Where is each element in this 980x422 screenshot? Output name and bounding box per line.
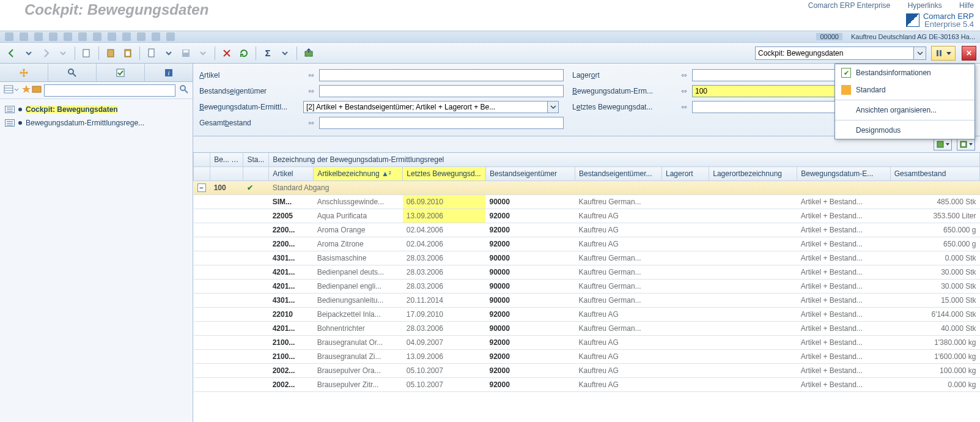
table-row[interactable]: 4301...Basismaschine28.03.200690000Kauft… [194,251,980,265]
cell-total: 30.000 Stk [890,279,979,294]
forward-dd-button[interactable] [55,45,71,61]
col-expand[interactable] [194,153,210,167]
table-row[interactable]: 4201...Bohnentrichter28.03.200690000Kauf… [194,322,980,336]
col-bestandseig-bez[interactable]: Bestandseigentümer... [575,167,662,181]
ctx-icon[interactable] [137,32,146,41]
ctx-icon[interactable] [49,32,57,41]
table-row[interactable]: 4301...Bedienungsanleitu...20.11.2014900… [194,294,980,308]
ctx-icon[interactable] [64,32,72,41]
ctx-icon[interactable] [122,32,131,41]
link-help[interactable]: Hilfe [959,1,974,10]
star-icon[interactable] [21,84,30,93]
nav-search-input[interactable] [44,84,175,97]
table-row[interactable]: 2002...Brausepulver Ora...05.10.20079200… [194,364,980,378]
forward-button[interactable] [38,45,54,61]
back-dd-button[interactable] [21,45,37,61]
grid[interactable]: Be... ▲¹ Sta... Bezeichnung der Bewegung… [193,152,980,422]
search-icon[interactable] [179,84,189,96]
input-gesamt[interactable] [319,117,564,129]
table-row[interactable]: 2100...Brausegranulat Or...04.09.2007920… [194,336,980,350]
resize-icon[interactable]: ⇔ [308,71,314,80]
col-artikel[interactable]: Artikel [269,167,314,181]
col-lagerort-bez[interactable]: Lagerortbezeichnung [709,167,797,181]
grid-tool-1[interactable] [934,138,952,150]
resize-icon[interactable]: ⇔ [681,71,687,80]
col-bestandseig[interactable]: Bestandseigentümer [485,167,575,181]
card-icon[interactable] [32,84,40,93]
table-row[interactable]: 2100...Brausegranulat Zi...13.09.2006920… [194,350,980,364]
table-row[interactable]: 2200...Aroma Orange02.04.200692000Kauftr… [194,223,980,237]
col-bew-regel[interactable]: Bewegungsdatum-E... [797,167,890,181]
col-artikelbez[interactable]: Artikelbezeichnung ▲² [314,167,403,181]
link-erp[interactable]: Comarch ERP Enterprise [808,1,891,10]
paste-button[interactable] [103,45,119,61]
save-button[interactable] [178,45,194,61]
chevron-down-icon[interactable] [548,101,559,113]
tree-item-regel[interactable]: Bewegungsdatum-Ermittlungsrege... [2,116,190,130]
table-row[interactable]: 22005Aqua Purificata13.09.200692000Kauft… [194,209,980,223]
grid-tool-2[interactable] [957,138,975,150]
col-letztes-datum[interactable]: Letztes Bewegungsd... [403,167,486,181]
table-row[interactable]: 22010Beipackzettel Inla...17.09.20109200… [194,308,980,322]
table-row[interactable]: 4201...Bedienpanel deuts...28.03.2006900… [194,265,980,279]
view-combo[interactable] [755,46,926,60]
doc-dd-button[interactable] [161,45,177,61]
ctx-icon[interactable] [108,32,116,41]
collapse-icon[interactable]: − [197,183,206,192]
sum-button[interactable]: Σ [260,45,276,61]
refresh-button[interactable] [236,45,252,61]
doc-button[interactable] [144,45,160,61]
menu-item-organize[interactable]: Ansichten organisieren... [835,102,974,119]
ctx-icon[interactable] [5,32,13,41]
table-row[interactable]: SIM...Anschlussgewinde...06.09.201090000… [194,195,980,209]
view-combo-input[interactable] [755,46,914,60]
cell-lagerort-bez [709,364,797,378]
col-gesamt[interactable]: Gesamtbestand [890,167,979,181]
save-dd-button[interactable] [195,45,211,61]
link-hyperlinks[interactable]: Hyperlinks [908,1,942,10]
nav-tab-check[interactable] [97,64,145,81]
ctx-icon[interactable] [152,32,160,41]
nav-search-row [0,82,193,99]
sum-dd-button[interactable] [277,45,293,61]
close-button[interactable]: ✕ [962,46,976,61]
input-artikel[interactable] [319,69,564,81]
col-rule[interactable]: Bezeichnung der Bewegungsdatum-Ermittlun… [269,153,980,167]
tree-item-cockpit[interactable]: Cockpit: Bewegungsdaten [2,103,190,116]
resize-icon[interactable]: ⇔ [308,87,314,95]
menu-item-standard[interactable]: Standard [835,81,974,98]
menu-item-bestand[interactable]: Bestandsinformationen [835,64,974,81]
menu-item-design[interactable]: Designmodus [835,122,974,139]
clipboard-button[interactable] [120,45,136,61]
delete-button[interactable] [219,45,235,61]
nav-tab-info[interactable]: i [145,64,193,81]
export-button[interactable] [301,45,317,61]
chevron-down-icon[interactable] [14,86,19,94]
chevron-down-icon[interactable] [914,46,926,60]
ctx-icon[interactable] [20,32,28,41]
table-row[interactable]: 4201...Bedienpanel engli...28.03.2006900… [194,279,980,294]
ctx-icon[interactable] [78,32,87,41]
ctx-icon[interactable] [93,32,101,41]
col-lagerort[interactable]: Lagerort [662,167,709,181]
list-icon[interactable] [4,84,12,93]
nav-tab-move[interactable] [0,64,48,81]
resize-icon[interactable]: ⇔ [681,103,687,111]
col-be[interactable]: Be... ▲¹ [210,153,243,167]
cell-regel: Artikel + Bestand... [797,294,890,308]
col-status[interactable]: Sta... [243,153,269,167]
input-bestandseig[interactable] [319,85,564,97]
new-button[interactable] [79,45,95,61]
group-row[interactable]: − 100 ✔ Standard Abgang [194,181,980,195]
table-row[interactable]: 2200...Aroma Zitrone02.04.200692000Kauft… [194,237,980,251]
resize-icon[interactable]: ⇔ [308,119,314,127]
input-bew-regel[interactable] [303,101,548,113]
settings-button[interactable] [931,46,956,61]
table-row[interactable]: 2002...Brausepulver Zitr...05.10.2007920… [194,378,980,392]
ctx-icon[interactable] [34,32,43,41]
back-button[interactable] [4,45,20,61]
resize-icon[interactable]: ⇔ [681,87,687,95]
cell-owner: 90000 [485,294,575,308]
ctx-icon[interactable] [166,32,175,41]
nav-tab-search[interactable] [48,64,97,81]
